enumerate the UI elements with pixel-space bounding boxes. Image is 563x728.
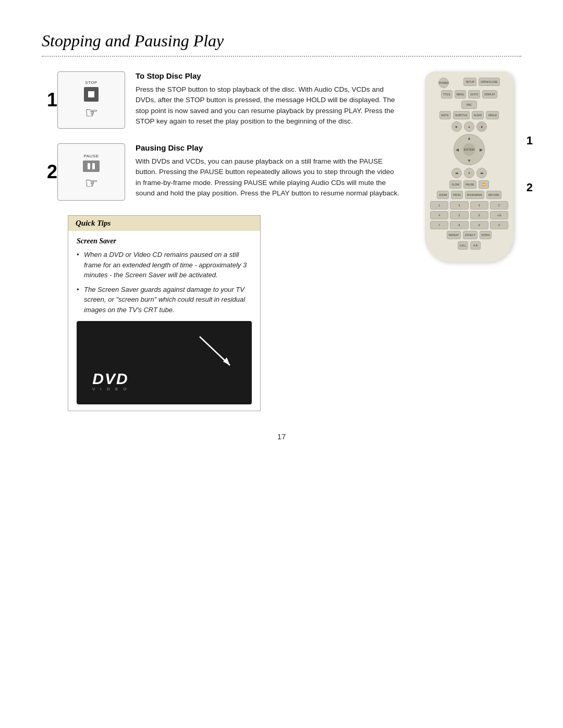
page-title: Stopping and Pausing Play [42,31,521,51]
openclose-button[interactable]: OPEN/CLOSE [479,78,500,86]
remote-play-stop-row: ▶ ▲ ■ [430,121,508,132]
stop-button-illustration [84,87,99,102]
pause-heading: Pausing Disc Play [136,143,401,152]
ab-button[interactable]: A-B [470,241,481,250]
remote-label-1: 1 [527,134,533,147]
num-9[interactable]: 9 [470,221,488,229]
remote-bottom-row: REPEAT EFFECT INTRO [430,231,508,239]
stop-text: To Stop Disc Play Press the STOP button … [136,71,401,127]
num-1[interactable]: 1 [430,201,448,209]
svg-marker-1 [223,357,230,365]
down-button[interactable]: ▼ [464,168,474,178]
pause-text: Pausing Disc Play With DVDs and VCDs, yo… [136,143,401,199]
remote-row-2: TITLE MENU GOTO DISPLAY [430,90,508,98]
next-button[interactable]: ⏭ [476,168,487,178]
remote-control-area: POWER SETUP OPEN/CLOSE TITLE MENU GOTO D… [417,71,521,411]
remote-label-2: 2 [527,181,533,194]
dvd-arrow-icon [194,331,236,373]
prev-button[interactable]: ⏮ [451,168,462,178]
dvd-screensaver-image: DVD V I D E O [77,321,252,404]
stop-section: 1 STOP ☞ To Stop Disc Play Press the STO… [42,71,401,129]
quick-tips-list: When a DVD or Video CD remains paused on… [77,250,252,315]
call-button[interactable]: CALL [458,241,469,250]
setup-button[interactable]: SETUP [463,78,476,86]
pause-step-image: PAUSE ☞ [57,143,125,201]
nav-right-arrow[interactable]: ▶ [480,147,483,152]
quick-tips-subtitle: Screen Saver [77,237,252,245]
dvd-logo: DVD V I D E O [92,370,129,391]
stop-heading: To Stop Disc Play [136,71,401,80]
dvd-video-text: V I D E O [92,387,129,391]
audio-button[interactable]: AUDIO [472,111,484,119]
nav-up-arrow[interactable]: ▲ [467,136,471,141]
left-content: 1 STOP ☞ To Stop Disc Play Press the STO… [42,71,401,411]
stop-button[interactable]: ■ [476,121,487,132]
bookmark-button[interactable]: BOOKMARK [465,191,484,199]
num-2[interactable]: 2 [450,201,468,209]
step-number-2: 2 [47,161,57,183]
mute-button[interactable]: MUTE [439,111,451,119]
menu-button[interactable]: MENU [455,90,467,98]
title-button[interactable]: TITLE [441,90,452,98]
play-button[interactable]: ▶ [451,121,462,132]
num-4[interactable]: 4 [430,211,448,219]
remote-control: POWER SETUP OPEN/CLOSE TITLE MENU GOTO D… [425,71,513,262]
nav-down-arrow[interactable]: ▼ [467,158,471,163]
quick-tips-header: Quick Tips [68,216,260,231]
power-button[interactable]: POWER [438,78,449,88]
quick-tip-item-2: The Screen Saver guards against damage t… [77,285,252,315]
return-button[interactable]: RETURN [486,191,501,199]
remote-top-buttons: POWER SETUP OPEN/CLOSE [430,78,508,88]
zoom-button[interactable]: ZOOM [437,191,449,199]
hand-icon-stop: ☞ [85,106,98,120]
ff-button[interactable]: ⏩ [479,180,489,189]
section-divider [42,56,521,57]
num-10plus[interactable]: +10 [490,211,508,219]
num-6[interactable]: 6 [470,211,488,219]
quick-tips-body: Screen Saver When a DVD or Video CD rema… [68,231,260,411]
nav-circle: ▲ ▼ ◀ ▶ ENTER [454,134,485,165]
step-number-1: 1 [47,89,57,111]
stop-label: STOP [85,80,97,85]
up-button[interactable]: ▲ [464,121,474,132]
enter-button[interactable]: ENTER [463,143,475,156]
stop-step-image: STOP ☞ [57,71,125,129]
num-0[interactable]: 0 [490,221,508,229]
effect-button[interactable]: EFFECT [463,231,477,239]
remote-zoom-row: ZOOM PROG BOOKMARK RETURN [430,191,508,199]
dvd-logo-text: DVD [92,370,128,388]
pause-label: PAUSE [83,154,99,158]
angle-button[interactable]: ANGLE [486,111,499,119]
pause-section: 2 PAUSE ☞ Pausing Disc Play With DVDs an… [42,143,401,201]
num-3[interactable]: 3 [470,201,488,209]
intro-button[interactable]: INTRO [480,231,492,239]
numpad: 1 2 3 C 4 5 6 +10 7 8 9 0 [430,201,508,229]
repeat-button[interactable]: REPEAT [447,231,461,239]
remote-row-3: PBC [430,101,508,109]
remote-prev-next-row: ⏮ ▼ ⏭ [430,168,508,178]
pause-body: With DVDs and VCDs, you can pause playba… [136,156,401,199]
stop-body: Press the STOP button to stop playback o… [136,84,401,127]
subtitle-button[interactable]: SUBTITLE [453,111,470,119]
quick-tip-item-1: When a DVD or Video CD remains paused on… [77,250,252,280]
num-8[interactable]: 8 [450,221,468,229]
remote-last-row: CALL A-B [430,241,508,250]
slow-button[interactable]: SLOW [449,180,461,189]
goto-button[interactable]: GOTO [468,90,480,98]
nav-left-arrow[interactable]: ◀ [456,147,459,152]
pbc-button[interactable]: PBC [461,101,477,109]
remote-row-4: MUTE SUBTITLE AUDIO ANGLE [430,111,508,119]
hand-icon-pause: ☞ [85,176,98,191]
prog-button[interactable]: PROG [451,191,463,199]
quick-tips-box: Quick Tips Screen Saver When a DVD or Vi… [68,215,261,411]
pause-button[interactable]: PAUSE [463,180,476,189]
num-7[interactable]: 7 [430,221,448,229]
display-button[interactable]: DISPLAY [482,90,497,98]
page-number: 17 [42,432,521,441]
num-5[interactable]: 5 [450,211,468,219]
num-c[interactable]: C [490,201,508,209]
pause-button-illustration [83,161,100,172]
remote-slow-pause-row: SLOW PAUSE ⏩ [430,180,508,189]
